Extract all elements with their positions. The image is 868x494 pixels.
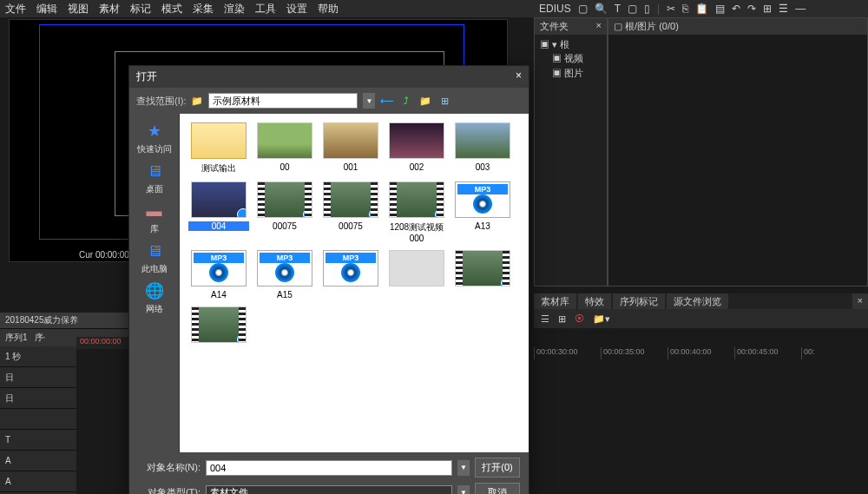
right-timeline-ruler[interactable]: 00:00:30:00 00:00:35:00 00:00:40:00 00:0… <box>534 347 868 359</box>
menu-settings[interactable]: 设置 <box>286 2 307 16</box>
file-label: A13 <box>452 221 513 231</box>
panel-close-icon[interactable]: × <box>596 20 602 33</box>
file-item[interactable]: MP3A13 <box>452 181 513 243</box>
sequence-tab[interactable]: 序列1 <box>5 332 28 344</box>
file-item[interactable]: MP3 <box>320 250 381 300</box>
file-item[interactable]: 002 <box>386 122 447 175</box>
file-item[interactable]: 004 <box>188 181 249 243</box>
menu-tool[interactable]: 工具 <box>255 2 276 16</box>
filename-input[interactable] <box>206 460 452 476</box>
file-item[interactable] <box>386 250 447 300</box>
sidebar-thispc[interactable]: 🖥此电脑 <box>141 240 168 275</box>
folder-tree[interactable]: ▣ ▾ 根 ▣ 视频 ▣ 图片 <box>535 35 607 84</box>
up-icon[interactable]: ⤴ <box>399 94 413 108</box>
lookup-dropdown-icon[interactable]: ▼ <box>363 93 375 109</box>
cancel-button[interactable]: 取消 <box>475 483 520 494</box>
view-grid-icon[interactable]: ⊞ <box>558 313 566 325</box>
track-label: 日 <box>5 392 14 405</box>
bin-breadcrumb: ▢ 根/图片 (0/0) <box>614 21 679 31</box>
menu-mode[interactable]: 模式 <box>161 2 182 16</box>
sidebar-desktop[interactable]: 🖥桌面 <box>142 161 167 195</box>
dialog-sidebar: ★快速访问 🖥桌面 ▬库 🖥此电脑 🌐网络 <box>129 114 180 452</box>
grid-icon[interactable]: ⊞ <box>763 3 772 15</box>
file-item[interactable]: 003 <box>452 122 513 175</box>
mp3-thumbnail: MP3 <box>257 250 312 287</box>
file-item[interactable]: 测试输出 <box>188 122 249 175</box>
view-mode-icon[interactable]: ⊞ <box>437 94 451 108</box>
star-icon: ★ <box>142 121 167 142</box>
menu-file[interactable]: 文件 <box>5 2 26 16</box>
sidebar-library[interactable]: ▬库 <box>142 201 167 235</box>
ruler-tick: 00:00:35:00 <box>601 347 667 359</box>
tabs-close-icon[interactable]: × <box>852 293 868 309</box>
menu-render[interactable]: 渲染 <box>224 2 245 16</box>
edius-logo: EDIUS <box>539 3 571 15</box>
filetype-dropdown-icon[interactable]: ▼ <box>457 485 470 495</box>
back-icon[interactable]: ⟵ <box>380 94 394 108</box>
file-item[interactable]: MP3A15 <box>254 250 315 300</box>
sidebar-network[interactable]: 🌐网络 <box>142 280 167 315</box>
sequence-more[interactable]: 序· <box>35 332 46 344</box>
minus-icon[interactable]: — <box>795 3 806 15</box>
list-icon[interactable]: ☰ <box>779 3 788 15</box>
project-tab[interactable]: 20180425威力保养 <box>0 313 139 329</box>
open-button[interactable]: 打开(0) <box>475 458 520 478</box>
file-open-dialog: 打开 × 查找范围(I): 📁 ▼ ⟵ ⤴ 📁 ⊞ ★快速访问 🖥桌面 ▬库 🖥… <box>128 65 529 494</box>
img4-thumbnail <box>455 122 510 159</box>
file-item[interactable] <box>452 250 513 300</box>
track-label: A <box>5 456 11 465</box>
img5-thumbnail <box>191 181 247 218</box>
sidebar-quickaccess[interactable]: ★快速访问 <box>137 121 172 155</box>
file-item[interactable]: MP3A14 <box>188 250 249 300</box>
file-item[interactable]: 00075 <box>320 181 381 243</box>
file-label: 001 <box>320 162 381 172</box>
edius-toolbar: EDIUS ▢ 🔍 T ▢ ▯ | ✂ ⎘ 📋 ▤ ↶ ↷ ⊞ ☰ — <box>534 0 868 17</box>
view-list-icon[interactable]: ☰ <box>541 313 549 325</box>
tree-image[interactable]: ▣ 图片 <box>540 66 602 81</box>
file-label: 00075 <box>254 221 315 231</box>
folder-open-icon[interactable]: 📁▾ <box>593 313 610 325</box>
tab-bin[interactable]: 素材库 <box>534 293 576 309</box>
cut-icon[interactable]: ✂ <box>667 3 675 15</box>
file-label: 测试输出 <box>188 162 249 175</box>
tab-browse[interactable]: 源文件浏览 <box>667 293 728 309</box>
file-item[interactable] <box>188 306 249 346</box>
undo-icon[interactable]: ↶ <box>732 3 740 15</box>
tab-markers[interactable]: 序列标记 <box>613 293 665 309</box>
file-item[interactable]: 00 <box>254 122 315 175</box>
page-icon[interactable]: ▯ <box>644 3 650 15</box>
file-item[interactable]: 00075 <box>254 181 315 243</box>
menu-capture[interactable]: 采集 <box>193 2 214 16</box>
redo-icon[interactable]: ↷ <box>747 3 756 15</box>
menu-clip[interactable]: 素材 <box>99 2 120 16</box>
img2-thumbnail <box>323 122 378 159</box>
file-browser[interactable]: 测试输出0000100200300400075000751208测试视频000M… <box>180 114 529 452</box>
menu-help[interactable]: 帮助 <box>318 2 339 16</box>
dialog-close-icon[interactable]: × <box>516 69 522 84</box>
tool-icon[interactable]: T <box>615 3 621 15</box>
layers-icon[interactable]: ▤ <box>715 3 725 15</box>
menu-view[interactable]: 视图 <box>68 2 89 16</box>
tree-video[interactable]: ▣ 视频 <box>540 51 602 66</box>
filetype-select[interactable] <box>206 485 452 495</box>
ruler-tick: 00: <box>801 347 868 359</box>
copy-icon[interactable]: ⎘ <box>682 3 688 15</box>
tab-effects[interactable]: 特效 <box>578 293 611 309</box>
file-label: 003 <box>452 162 513 172</box>
file-item[interactable]: 1208测试视频000 <box>386 181 447 243</box>
img3-thumbnail <box>389 122 444 159</box>
newfolder-icon[interactable]: 📁 <box>418 94 432 108</box>
file-item[interactable]: 001 <box>320 122 381 175</box>
folder2-icon[interactable]: ▢ <box>628 3 637 15</box>
folder-icon: 📁 <box>191 96 203 107</box>
menu-edit[interactable]: 编辑 <box>36 2 57 16</box>
folder-icon[interactable]: ▢ <box>578 3 588 15</box>
menu-mark[interactable]: 标记 <box>130 2 151 16</box>
tree-root[interactable]: ▣ ▾ 根 <box>540 38 602 51</box>
search-icon[interactable]: 🔍 <box>595 3 608 15</box>
paste-icon[interactable]: 📋 <box>695 3 708 15</box>
lookup-folder-input[interactable] <box>208 93 358 109</box>
filename-dropdown-icon[interactable]: ▼ <box>457 460 470 476</box>
record-icon[interactable]: ⦿ <box>575 313 584 324</box>
network-icon: 🌐 <box>142 280 167 301</box>
